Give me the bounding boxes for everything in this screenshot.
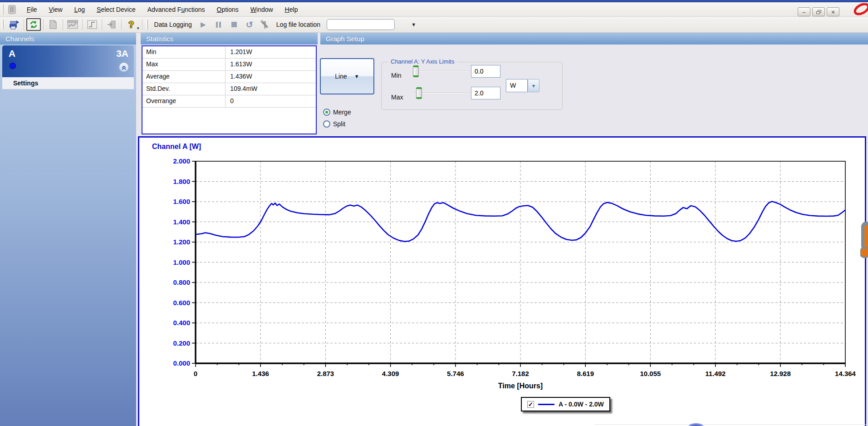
channel-card-a[interactable]: A 3A — [2, 45, 134, 77]
svg-text:1.400: 1.400 — [173, 218, 190, 226]
svg-text:1.000: 1.000 — [173, 258, 190, 266]
graph-type-dropdown[interactable]: Line ▼ — [320, 58, 374, 94]
toolbar-separator — [102, 19, 102, 30]
channels-sidebar: Channels A 3A Settings — [0, 33, 136, 426]
step-signal-button[interactable] — [85, 18, 99, 31]
combo-chevron-icon[interactable]: ▾ — [528, 79, 539, 92]
menu-item-window[interactable]: Window — [245, 4, 279, 15]
svg-text:0.000: 0.000 — [173, 359, 190, 367]
toolbar-separator — [24, 19, 24, 30]
collapse-channel-button[interactable] — [118, 62, 129, 73]
legend-line-sample — [538, 404, 554, 405]
stat-label: Average — [142, 71, 226, 83]
max-label: Max — [391, 94, 403, 101]
menubar-grip[interactable] — [2, 5, 4, 15]
min-label: Min — [391, 72, 402, 79]
toolbar-dropdown-icon[interactable]: ▼ — [411, 22, 416, 27]
split-radio[interactable] — [323, 120, 330, 128]
legend-checkbox[interactable]: ✓ — [527, 401, 534, 408]
toolbar: ? ▾ Data Logging ▶ ↺ Log file location ▼ — [0, 17, 868, 33]
statistics-header: Statistics — [141, 33, 318, 45]
chart-window-button[interactable] — [65, 18, 80, 31]
menu-item-advanced-functions[interactable]: Advanced Functions — [142, 4, 211, 15]
split-label: Split — [333, 120, 345, 128]
min-slider-thumb[interactable] — [413, 65, 419, 77]
logging-toolbar-grip[interactable] — [146, 20, 148, 30]
log-file-location-input[interactable] — [327, 19, 395, 30]
min-slider[interactable] — [413, 65, 470, 77]
step-signal-icon — [87, 20, 97, 29]
restore-button[interactable] — [812, 7, 825, 16]
menu-item-select-device[interactable]: Select Device — [91, 4, 142, 15]
log-reset-button[interactable]: ↺ — [242, 18, 257, 31]
print-connect-icon — [9, 20, 20, 30]
svg-text:10.055: 10.055 — [640, 370, 661, 377]
max-slider[interactable] — [413, 87, 470, 99]
radio-dot — [325, 111, 328, 114]
page-icon — [49, 20, 58, 30]
help-overflow-icon[interactable]: ▾ — [137, 26, 139, 30]
toolbar-separator — [121, 19, 122, 30]
play-icon: ▶ — [201, 20, 206, 29]
help-button[interactable]: ? — [124, 18, 138, 31]
toolbar-grip[interactable] — [2, 20, 4, 30]
table-row: Average 1.436W — [142, 71, 316, 83]
export-button[interactable] — [104, 18, 119, 31]
log-pause-button[interactable] — [211, 18, 226, 31]
menu-item-view[interactable]: View — [43, 4, 69, 15]
min-slider-track — [413, 71, 470, 72]
menu-item-help[interactable]: Help — [279, 4, 304, 15]
chart-window-icon — [67, 20, 78, 29]
page-button[interactable] — [46, 18, 60, 31]
close-button[interactable]: × — [827, 7, 839, 16]
export-icon — [107, 20, 117, 29]
chart-title: Channel A [W] — [152, 143, 201, 151]
stat-value: 109.4mW — [226, 83, 316, 95]
unit-combobox[interactable]: W ▾ — [506, 79, 539, 92]
menu-items: FileViewLogSelect DeviceAdvanced Functio… — [21, 5, 304, 14]
print-connect-button[interactable] — [7, 18, 21, 31]
toolbar-separator — [142, 19, 142, 30]
menu-item-file[interactable]: File — [21, 4, 43, 15]
merge-radio[interactable] — [323, 109, 330, 116]
radio-dot — [325, 123, 328, 125]
menu-item-options[interactable]: Options — [211, 4, 245, 15]
split-radio-option[interactable]: Split — [323, 120, 345, 128]
channel-color-dot — [10, 63, 16, 69]
y-max-input[interactable] — [471, 87, 500, 99]
stop-icon — [231, 22, 237, 27]
bottom-panel-edge — [594, 424, 868, 425]
svg-text:1.436: 1.436 — [252, 370, 269, 377]
table-row: Max 1.613W — [142, 59, 316, 71]
svg-text:4.309: 4.309 — [382, 370, 399, 377]
chevron-down-icon: ▼ — [354, 74, 359, 79]
refresh-icon — [29, 20, 38, 29]
svg-text:5.746: 5.746 — [447, 370, 464, 377]
log-play-button[interactable]: ▶ — [196, 18, 211, 31]
window-controls: – × — [798, 7, 839, 16]
bottom-panel-bump — [688, 423, 704, 426]
merge-radio-option[interactable]: Merge — [323, 109, 351, 116]
refresh-button[interactable] — [26, 18, 41, 31]
svg-text:1.800: 1.800 — [173, 178, 190, 185]
svg-text:1.200: 1.200 — [173, 238, 190, 246]
thermometer-icon — [860, 221, 868, 261]
menubar: FileViewLogSelect DeviceAdvanced Functio… — [0, 2, 868, 17]
unit-value: W — [506, 79, 528, 92]
y-axis-limits-title: Channel A: Y Axis Limits — [388, 58, 457, 65]
svg-text:0.200: 0.200 — [173, 339, 190, 347]
graph-setup-header: Graph Setup — [320, 33, 868, 45]
minimize-button[interactable]: – — [798, 7, 810, 16]
log-stop-button[interactable] — [227, 18, 241, 31]
y-min-input[interactable] — [471, 65, 500, 78]
toolbar-separator — [63, 19, 63, 30]
stat-label: Std.Dev. — [142, 83, 226, 95]
sidebar-item-settings[interactable]: Settings — [2, 77, 134, 89]
chart-plot: 0.0000.2000.4000.6000.8001.0001.2001.400… — [151, 156, 859, 401]
svg-text:0.800: 0.800 — [173, 278, 190, 286]
log-configure-button[interactable] — [258, 18, 272, 31]
app-grid-icon — [7, 5, 17, 15]
max-slider-thumb[interactable] — [416, 87, 422, 99]
svg-text:14.364: 14.364 — [835, 370, 856, 377]
menu-item-log[interactable]: Log — [69, 4, 91, 15]
